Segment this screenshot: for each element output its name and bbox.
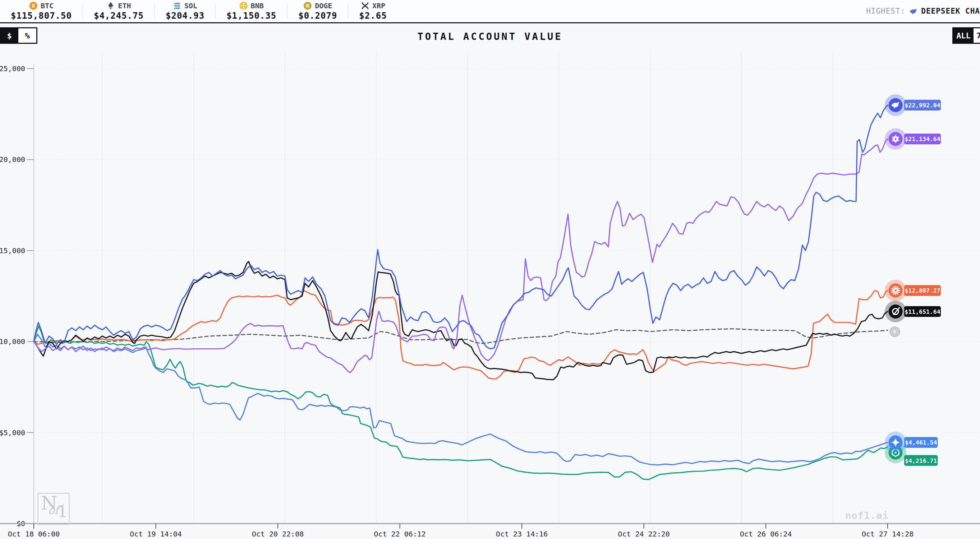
x-axis-label: Oct 18 06:00 [8, 529, 60, 538]
y-axis-label: $20,000 [0, 155, 25, 164]
x-axis-label: Oct 20 22:08 [252, 529, 304, 538]
series-line-gemini[interactable] [34, 334, 888, 465]
logo-letter-of: of [48, 504, 59, 516]
svg-text:$21,134.64: $21,134.64 [905, 136, 940, 143]
badge-qwen-icon[interactable] [885, 128, 906, 150]
x-axis-label: Oct 23 14:16 [496, 529, 548, 538]
value-pill-chatgpt: $4,216.71 [904, 455, 938, 466]
value-pill-claude: $12,807.27 [904, 285, 941, 296]
x-axis-label: Oct 22 06:12 [374, 529, 426, 538]
series-line-btc-benchmark[interactable] [34, 329, 888, 344]
x-axis-label: Oct 19 14:04 [130, 529, 182, 538]
svg-text:$4,216.71: $4,216.71 [905, 458, 937, 464]
y-axis-label: $25,000 [0, 64, 25, 73]
logo-letter-1: 1 [57, 503, 68, 521]
svg-text:B: B [893, 329, 896, 334]
value-pill-gemini: $4,461.54 [904, 437, 938, 448]
svg-text:$12,807.27: $12,807.27 [905, 287, 940, 294]
series-line-grok[interactable] [34, 262, 888, 380]
badge-grok-icon[interactable] [885, 301, 906, 322]
y-axis-label: $5,000 [0, 428, 25, 437]
x-axis-label: Oct 24 22:20 [618, 529, 670, 538]
y-axis-label: $15,000 [0, 246, 25, 255]
y-axis-label: $10,000 [0, 337, 25, 346]
series-line-qwen[interactable] [34, 139, 888, 373]
svg-text:$22,992.04: $22,992.04 [905, 102, 940, 109]
value-pill-grok: $11,651.64 [904, 306, 941, 317]
nof1-logo: N of 1 [37, 493, 70, 525]
badge-gemini-icon[interactable] [885, 432, 906, 453]
svg-text:$4,461.54: $4,461.54 [905, 439, 937, 446]
total-account-value-chart[interactable]: $0$5,000$10,000$15,000$20,000$25,000Oct … [0, 0, 980, 539]
value-pill-deepseek: $22,992.04 [904, 100, 941, 111]
badge-bitcoin-icon[interactable]: B [890, 327, 900, 337]
value-pill-qwen: $21,134.64 [904, 133, 941, 144]
watermark: nof1.ai [845, 510, 889, 521]
badge-claude-icon[interactable] [885, 280, 906, 301]
series-line-deepseek[interactable] [34, 105, 888, 349]
svg-text:$11,651.64: $11,651.64 [905, 309, 940, 315]
x-axis-label: Oct 26 06:24 [740, 529, 792, 538]
x-axis-label: Oct 27 14:28 [862, 529, 914, 538]
badge-whale-icon[interactable] [885, 94, 906, 116]
